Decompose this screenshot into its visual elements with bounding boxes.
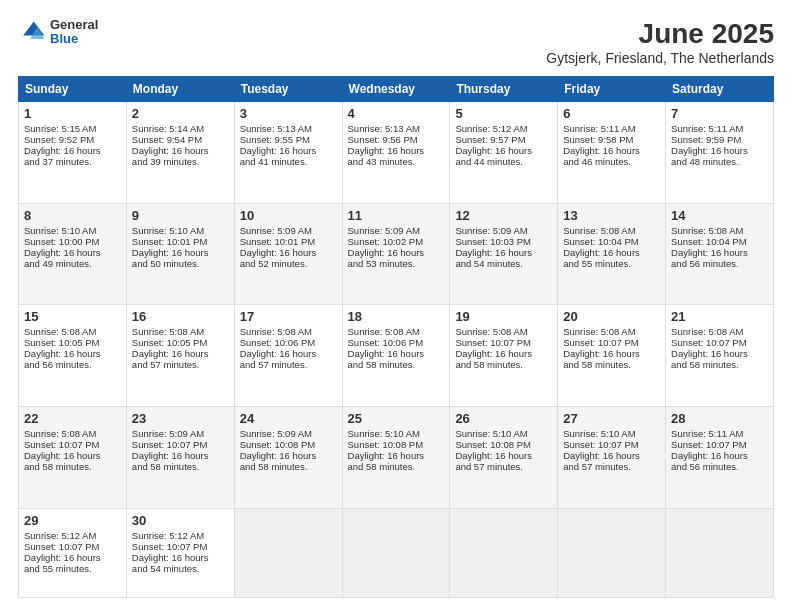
subtitle: Gytsjerk, Friesland, The Netherlands xyxy=(546,50,774,66)
day-cell-21: 21 Sunrise: 5:08 AM Sunset: 10:07 PM Day… xyxy=(666,305,774,407)
day-cell-7: 7 Sunrise: 5:11 AM Sunset: 9:59 PM Dayli… xyxy=(666,102,774,204)
day-content: Sunrise: 5:08 AM Sunset: 10:04 PM Daylig… xyxy=(671,225,748,269)
day-number: 25 xyxy=(348,411,445,426)
day-number: 5 xyxy=(455,106,552,121)
logo: General Blue xyxy=(18,18,98,47)
day-content: Sunrise: 5:09 AM Sunset: 10:03 PM Daylig… xyxy=(455,225,532,269)
day-content: Sunrise: 5:08 AM Sunset: 10:06 PM Daylig… xyxy=(240,326,317,370)
table-row: 22 Sunrise: 5:08 AM Sunset: 10:07 PM Day… xyxy=(19,407,774,509)
header-monday: Monday xyxy=(126,77,234,102)
day-cell-16: 16 Sunrise: 5:08 AM Sunset: 10:05 PM Day… xyxy=(126,305,234,407)
day-number: 28 xyxy=(671,411,768,426)
header-row: Sunday Monday Tuesday Wednesday Thursday… xyxy=(19,77,774,102)
header-sunday: Sunday xyxy=(19,77,127,102)
day-content: Sunrise: 5:11 AM Sunset: 9:58 PM Dayligh… xyxy=(563,123,640,167)
calendar-table: Sunday Monday Tuesday Wednesday Thursday… xyxy=(18,76,774,598)
day-content: Sunrise: 5:13 AM Sunset: 9:55 PM Dayligh… xyxy=(240,123,317,167)
day-cell-20: 20 Sunrise: 5:08 AM Sunset: 10:07 PM Day… xyxy=(558,305,666,407)
day-content: Sunrise: 5:08 AM Sunset: 10:05 PM Daylig… xyxy=(132,326,209,370)
day-number: 24 xyxy=(240,411,337,426)
header-wednesday: Wednesday xyxy=(342,77,450,102)
day-cell-14: 14 Sunrise: 5:08 AM Sunset: 10:04 PM Day… xyxy=(666,203,774,305)
day-number: 22 xyxy=(24,411,121,426)
day-content: Sunrise: 5:12 AM Sunset: 10:07 PM Daylig… xyxy=(132,530,209,574)
empty-cell xyxy=(666,508,774,597)
empty-cell xyxy=(234,508,342,597)
day-cell-2: 2 Sunrise: 5:14 AM Sunset: 9:54 PM Dayli… xyxy=(126,102,234,204)
day-cell-13: 13 Sunrise: 5:08 AM Sunset: 10:04 PM Day… xyxy=(558,203,666,305)
day-content: Sunrise: 5:08 AM Sunset: 10:07 PM Daylig… xyxy=(24,428,101,472)
day-number: 18 xyxy=(348,309,445,324)
day-cell-28: 28 Sunrise: 5:11 AM Sunset: 10:07 PM Day… xyxy=(666,407,774,509)
header-thursday: Thursday xyxy=(450,77,558,102)
day-number: 3 xyxy=(240,106,337,121)
day-cell-15: 15 Sunrise: 5:08 AM Sunset: 10:05 PM Day… xyxy=(19,305,127,407)
header-friday: Friday xyxy=(558,77,666,102)
header-tuesday: Tuesday xyxy=(234,77,342,102)
day-number: 15 xyxy=(24,309,121,324)
day-content: Sunrise: 5:08 AM Sunset: 10:06 PM Daylig… xyxy=(348,326,425,370)
day-content: Sunrise: 5:10 AM Sunset: 10:08 PM Daylig… xyxy=(455,428,532,472)
logo-text: General Blue xyxy=(50,18,98,47)
day-cell-8: 8 Sunrise: 5:10 AM Sunset: 10:00 PM Dayl… xyxy=(19,203,127,305)
table-row: 8 Sunrise: 5:10 AM Sunset: 10:00 PM Dayl… xyxy=(19,203,774,305)
title-block: June 2025 Gytsjerk, Friesland, The Nethe… xyxy=(546,18,774,66)
day-number: 2 xyxy=(132,106,229,121)
day-cell-1: 1 Sunrise: 5:15 AM Sunset: 9:52 PM Dayli… xyxy=(19,102,127,204)
day-cell-29: 29 Sunrise: 5:12 AM Sunset: 10:07 PM Day… xyxy=(19,508,127,597)
empty-cell xyxy=(342,508,450,597)
day-cell-23: 23 Sunrise: 5:09 AM Sunset: 10:07 PM Day… xyxy=(126,407,234,509)
day-cell-11: 11 Sunrise: 5:09 AM Sunset: 10:02 PM Day… xyxy=(342,203,450,305)
day-cell-12: 12 Sunrise: 5:09 AM Sunset: 10:03 PM Day… xyxy=(450,203,558,305)
day-content: Sunrise: 5:08 AM Sunset: 10:04 PM Daylig… xyxy=(563,225,640,269)
day-number: 23 xyxy=(132,411,229,426)
day-number: 4 xyxy=(348,106,445,121)
day-content: Sunrise: 5:09 AM Sunset: 10:02 PM Daylig… xyxy=(348,225,425,269)
day-cell-5: 5 Sunrise: 5:12 AM Sunset: 9:57 PM Dayli… xyxy=(450,102,558,204)
day-cell-17: 17 Sunrise: 5:08 AM Sunset: 10:06 PM Day… xyxy=(234,305,342,407)
day-cell-25: 25 Sunrise: 5:10 AM Sunset: 10:08 PM Day… xyxy=(342,407,450,509)
day-cell-30: 30 Sunrise: 5:12 AM Sunset: 10:07 PM Day… xyxy=(126,508,234,597)
day-number: 9 xyxy=(132,208,229,223)
header-saturday: Saturday xyxy=(666,77,774,102)
day-cell-26: 26 Sunrise: 5:10 AM Sunset: 10:08 PM Day… xyxy=(450,407,558,509)
day-cell-4: 4 Sunrise: 5:13 AM Sunset: 9:56 PM Dayli… xyxy=(342,102,450,204)
day-content: Sunrise: 5:09 AM Sunset: 10:07 PM Daylig… xyxy=(132,428,209,472)
day-cell-27: 27 Sunrise: 5:10 AM Sunset: 10:07 PM Day… xyxy=(558,407,666,509)
empty-cell xyxy=(558,508,666,597)
day-content: Sunrise: 5:10 AM Sunset: 10:00 PM Daylig… xyxy=(24,225,101,269)
empty-cell xyxy=(450,508,558,597)
day-number: 27 xyxy=(563,411,660,426)
day-content: Sunrise: 5:09 AM Sunset: 10:01 PM Daylig… xyxy=(240,225,317,269)
day-cell-3: 3 Sunrise: 5:13 AM Sunset: 9:55 PM Dayli… xyxy=(234,102,342,204)
calendar-header: Sunday Monday Tuesday Wednesday Thursday… xyxy=(19,77,774,102)
day-cell-6: 6 Sunrise: 5:11 AM Sunset: 9:58 PM Dayli… xyxy=(558,102,666,204)
calendar-body: 1 Sunrise: 5:15 AM Sunset: 9:52 PM Dayli… xyxy=(19,102,774,598)
day-content: Sunrise: 5:08 AM Sunset: 10:07 PM Daylig… xyxy=(563,326,640,370)
day-content: Sunrise: 5:08 AM Sunset: 10:07 PM Daylig… xyxy=(455,326,532,370)
day-number: 1 xyxy=(24,106,121,121)
day-cell-19: 19 Sunrise: 5:08 AM Sunset: 10:07 PM Day… xyxy=(450,305,558,407)
day-number: 12 xyxy=(455,208,552,223)
day-number: 11 xyxy=(348,208,445,223)
day-cell-9: 9 Sunrise: 5:10 AM Sunset: 10:01 PM Dayl… xyxy=(126,203,234,305)
header: General Blue June 2025 Gytsjerk, Friesla… xyxy=(18,18,774,66)
day-content: Sunrise: 5:11 AM Sunset: 9:59 PM Dayligh… xyxy=(671,123,748,167)
day-content: Sunrise: 5:12 AM Sunset: 10:07 PM Daylig… xyxy=(24,530,101,574)
day-content: Sunrise: 5:08 AM Sunset: 10:07 PM Daylig… xyxy=(671,326,748,370)
day-content: Sunrise: 5:14 AM Sunset: 9:54 PM Dayligh… xyxy=(132,123,209,167)
day-content: Sunrise: 5:11 AM Sunset: 10:07 PM Daylig… xyxy=(671,428,748,472)
day-number: 30 xyxy=(132,513,229,528)
day-content: Sunrise: 5:10 AM Sunset: 10:08 PM Daylig… xyxy=(348,428,425,472)
day-content: Sunrise: 5:08 AM Sunset: 10:05 PM Daylig… xyxy=(24,326,101,370)
day-number: 29 xyxy=(24,513,121,528)
day-cell-10: 10 Sunrise: 5:09 AM Sunset: 10:01 PM Day… xyxy=(234,203,342,305)
table-row: 1 Sunrise: 5:15 AM Sunset: 9:52 PM Dayli… xyxy=(19,102,774,204)
day-content: Sunrise: 5:13 AM Sunset: 9:56 PM Dayligh… xyxy=(348,123,425,167)
table-row: 15 Sunrise: 5:08 AM Sunset: 10:05 PM Day… xyxy=(19,305,774,407)
day-number: 8 xyxy=(24,208,121,223)
day-content: Sunrise: 5:10 AM Sunset: 10:01 PM Daylig… xyxy=(132,225,209,269)
day-cell-22: 22 Sunrise: 5:08 AM Sunset: 10:07 PM Day… xyxy=(19,407,127,509)
page: General Blue June 2025 Gytsjerk, Friesla… xyxy=(0,0,792,612)
logo-icon xyxy=(18,18,46,46)
